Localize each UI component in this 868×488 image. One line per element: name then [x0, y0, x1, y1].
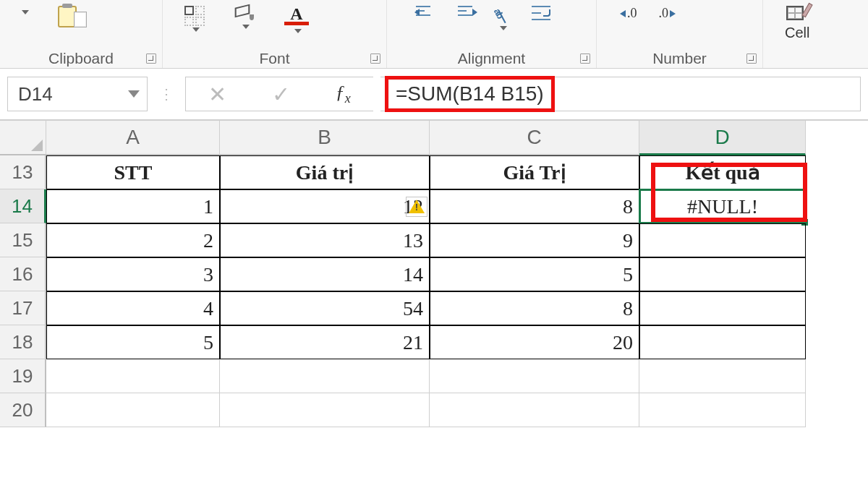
group-label-clipboard: Clipboard: [0, 49, 162, 68]
clipboard-icon: [58, 6, 87, 27]
cell[interactable]: [639, 359, 806, 393]
ribbon-group-alignment: Alignment: [387, 0, 597, 68]
row-header[interactable]: 16: [0, 257, 46, 291]
wrap-text-button[interactable]: [532, 6, 550, 22]
error-indicator[interactable]: !: [409, 199, 425, 215]
select-all-corner[interactable]: [0, 121, 46, 155]
cell[interactable]: [430, 359, 639, 393]
group-label-alignment: Alignment: [387, 49, 596, 68]
increase-decimal-button[interactable]: .0: [618, 6, 637, 21]
formula-bar[interactable]: =SUM(B14 B15): [380, 77, 861, 111]
ribbon-group-font: A Font: [163, 0, 387, 68]
row-header[interactable]: 19: [0, 359, 46, 393]
chevron-down-icon[interactable]: [128, 90, 140, 98]
row-header[interactable]: 14: [0, 189, 46, 223]
row-header[interactable]: 15: [0, 223, 46, 257]
cell[interactable]: 20: [430, 325, 639, 359]
dialog-launcher-font[interactable]: [370, 53, 380, 64]
indent-right-icon: [451, 6, 472, 23]
cell[interactable]: [46, 393, 220, 427]
cell[interactable]: [220, 393, 430, 427]
dialog-launcher-alignment[interactable]: [580, 53, 590, 64]
column-header[interactable]: D: [639, 121, 806, 155]
borders-icon: [184, 6, 205, 26]
decrease-indent-button[interactable]: [409, 6, 430, 23]
cell[interactable]: 14: [220, 257, 430, 291]
indent-left-icon: [409, 6, 430, 23]
cell-styles-button[interactable]: Cell: [785, 6, 809, 41]
font-color-icon: A: [284, 6, 309, 27]
format-painter-button[interactable]: [58, 6, 87, 27]
decrease-decimal-icon: .0: [659, 6, 678, 21]
row-header[interactable]: 18: [0, 325, 46, 359]
cell[interactable]: [220, 359, 430, 393]
wrap-text-icon: [532, 6, 550, 22]
cell[interactable]: 8: [430, 291, 639, 325]
group-label-font: Font: [163, 49, 386, 68]
cell[interactable]: Giá Trị: [430, 155, 639, 189]
row-header[interactable]: 20: [0, 393, 46, 427]
increase-decimal-icon: .0: [618, 6, 637, 21]
cell[interactable]: 1: [46, 189, 220, 223]
cell[interactable]: 21: [220, 325, 430, 359]
fill-color-button[interactable]: [234, 6, 255, 29]
cell[interactable]: [639, 223, 806, 257]
column-header[interactable]: C: [430, 121, 639, 155]
cell-active[interactable]: #NULL!: [639, 189, 806, 223]
chevron-down-icon: [22, 6, 29, 17]
increase-indent-button[interactable]: [451, 6, 472, 23]
cell[interactable]: 12: [220, 189, 430, 223]
name-box-value: D14: [18, 83, 53, 106]
row-header[interactable]: 17: [0, 291, 46, 325]
ribbon-group-clipboard: Clipboard: [0, 0, 163, 68]
paste-button[interactable]: [22, 6, 29, 17]
cancel-button[interactable]: ✕: [208, 82, 226, 107]
cell[interactable]: 3: [46, 257, 220, 291]
decrease-decimal-button[interactable]: .0: [659, 6, 678, 21]
insert-function-button[interactable]: ƒx: [336, 82, 351, 106]
cell[interactable]: Giá trị: [220, 155, 430, 189]
cell[interactable]: ! 8: [430, 189, 639, 223]
formula-bar-row: D14 ⋮ ✕ ✓ ƒx =SUM(B14 B15): [0, 69, 868, 121]
ribbon: Clipboard A Font: [0, 0, 868, 69]
borders-button[interactable]: [184, 6, 205, 32]
cell[interactable]: STT: [46, 155, 220, 189]
formula-bar-buttons: ✕ ✓ ƒx: [185, 77, 373, 111]
dialog-launcher-number[interactable]: [746, 53, 757, 64]
enter-button[interactable]: ✓: [272, 82, 290, 107]
font-color-button[interactable]: A: [284, 6, 309, 33]
cell[interactable]: 54: [220, 291, 430, 325]
cell[interactable]: Kết quả: [639, 155, 806, 189]
ribbon-group-number: .0 .0 Number: [597, 0, 763, 68]
cell[interactable]: 13: [220, 223, 430, 257]
column-header[interactable]: B: [220, 121, 430, 155]
cell[interactable]: [639, 257, 806, 291]
orientation-button[interactable]: [493, 6, 511, 30]
cell[interactable]: 5: [46, 325, 220, 359]
cell[interactable]: [639, 291, 806, 325]
name-box[interactable]: D14: [7, 77, 148, 111]
cell[interactable]: 2: [46, 223, 220, 257]
fill-icon: [234, 6, 255, 23]
row-header[interactable]: 13: [0, 155, 46, 189]
cell[interactable]: 4: [46, 291, 220, 325]
formula-text: =SUM(B14 B15): [385, 76, 555, 112]
ribbon-group-styles: Cell: [763, 0, 868, 68]
orientation-icon: [493, 6, 511, 25]
cell-styles-icon: [786, 6, 808, 23]
cell[interactable]: [430, 393, 639, 427]
cell[interactable]: [46, 359, 220, 393]
cell[interactable]: 9: [430, 223, 639, 257]
cell[interactable]: [639, 393, 806, 427]
worksheet-grid[interactable]: A B C D 13 STT Giá trị Giá Trị Kết quả 1…: [0, 121, 868, 427]
cell[interactable]: [639, 325, 806, 359]
split-handle[interactable]: ⋮: [155, 85, 178, 103]
column-header[interactable]: A: [46, 121, 220, 155]
group-label-number: Number: [597, 49, 762, 68]
cell[interactable]: 5: [430, 257, 639, 291]
dialog-launcher-clipboard[interactable]: [146, 53, 156, 64]
